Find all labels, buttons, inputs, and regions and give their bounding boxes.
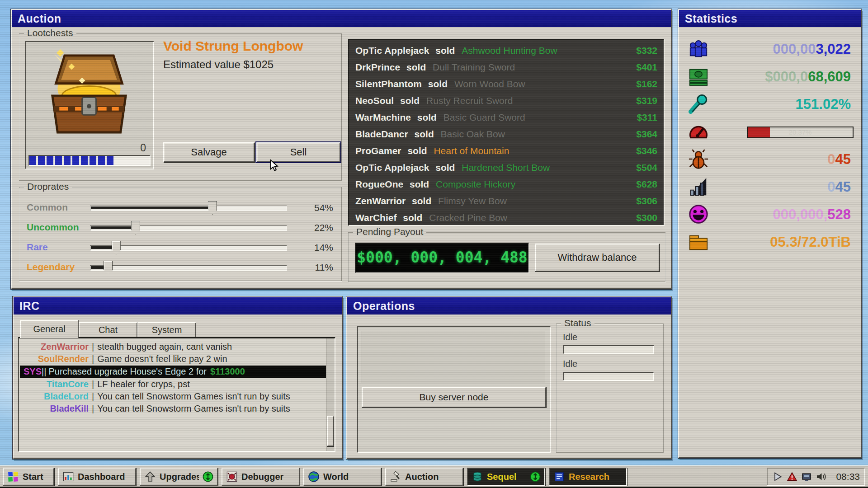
stat-value-dim: 0	[827, 179, 835, 195]
irc-tab-label: Chat	[99, 325, 118, 335]
irc-message-panel: ZenWarrior | stealth bugged again, cant …	[18, 337, 335, 452]
log-item: Worn Wood Bow	[454, 79, 525, 89]
taskbar-button-sequel[interactable]: Sequel	[467, 468, 545, 486]
taskbar-button-label: Research	[569, 472, 609, 482]
log-price: $306	[636, 192, 657, 209]
statistics-rows: 000,003,022 $000,068,609 151.02% 20.37% …	[679, 35, 861, 256]
operations-titlebar[interactable]: Operations	[347, 297, 671, 314]
status-item: Idle	[557, 328, 663, 354]
log-item: Flimsy Yew Bow	[438, 196, 507, 206]
irc-separator: |	[92, 378, 94, 390]
log-price: $319	[636, 92, 657, 109]
debugger-icon	[226, 471, 238, 483]
lootchests-caption: Lootchests	[24, 28, 76, 38]
irc-tab-label: System	[152, 325, 182, 335]
system-tray: 08:33	[767, 468, 865, 486]
taskbar-button-label: Debugger	[241, 472, 283, 482]
salvage-button[interactable]: Salvage	[163, 142, 255, 162]
server-node-list	[362, 331, 545, 383]
smiley-icon	[688, 204, 709, 225]
droprate-slider[interactable]	[90, 200, 287, 216]
taskbar-button-dashboard[interactable]: Dashboard	[58, 468, 136, 486]
irc-titlebar[interactable]: IRC	[14, 297, 342, 314]
slider-thumb[interactable]	[208, 201, 217, 215]
statistic-row: 151.02%	[679, 90, 861, 118]
slider-thumb[interactable]	[131, 221, 140, 235]
auction-log-row: $364 BladeDancr sold Basic Oak Bow	[349, 126, 664, 142]
stat-value-bright: 3,022	[816, 41, 851, 57]
taskbar-button-label: Sequel	[487, 472, 517, 482]
slider-thumb[interactable]	[112, 241, 121, 254]
log-item: Cracked Pine Bow	[429, 212, 507, 223]
droprate-slider[interactable]	[90, 240, 287, 256]
statistic-row: 045	[679, 145, 861, 173]
taskbar-button-auction[interactable]: Auction	[385, 468, 463, 486]
sequel-icon	[472, 471, 483, 483]
gauge-icon	[688, 121, 709, 142]
droprate-slider[interactable]	[90, 220, 287, 236]
auction-titlebar[interactable]: Auction	[12, 10, 671, 27]
money-icon	[688, 66, 709, 87]
log-player: OpTic Applejack	[355, 162, 429, 173]
start-button[interactable]: Start	[3, 468, 54, 486]
stat-value: 045	[827, 173, 851, 201]
slider-track	[90, 265, 287, 271]
log-verb: sold	[406, 62, 426, 72]
droprate-percent: 22%	[302, 222, 333, 233]
statistic-row: 045	[679, 173, 861, 201]
auction-log-row: $332 OpTic Applejack sold Ashwood Huntin…	[349, 42, 664, 59]
log-price: $311	[637, 109, 657, 126]
operations-title: Operations	[353, 300, 415, 312]
status-group: Status Idle Idle	[556, 324, 664, 453]
operations-box: Buy server node	[357, 326, 551, 453]
droprate-label: Legendary	[27, 262, 75, 272]
irc-scrollbar-thumb[interactable]	[327, 416, 334, 446]
slider-thumb[interactable]	[104, 261, 113, 274]
droprate-slider[interactable]	[90, 260, 287, 276]
irc-message-text: Game doesn't feel like pay 2 win	[97, 353, 319, 365]
auction-log-row: $401 DrkPrince sold Dull Training Sword	[349, 59, 664, 75]
taskbar-button-research[interactable]: Research	[549, 468, 627, 486]
devices-icon[interactable]	[801, 471, 812, 482]
tab-system[interactable]: System	[137, 322, 196, 338]
log-verb: sold	[428, 79, 448, 89]
dashboard-icon	[62, 471, 74, 483]
research-icon	[553, 471, 565, 483]
speaker-icon[interactable]	[816, 471, 826, 482]
log-player: RogueOne	[355, 179, 403, 189]
status-label: Idle	[563, 332, 657, 343]
statistics-window: Statistics 000,003,022 $000,068,609 151.…	[678, 9, 862, 458]
status-progress-bar	[563, 372, 654, 381]
irc-scrollbar[interactable]	[326, 338, 335, 451]
statistics-titlebar[interactable]: Statistics	[679, 10, 861, 27]
log-price: $162	[636, 75, 657, 92]
droprate-label: Rare	[27, 242, 48, 253]
alert-icon[interactable]	[787, 471, 797, 482]
badge-icon	[530, 471, 541, 482]
droprate-row: Rare 14%	[19, 240, 341, 256]
irc-message: TitanCore | LF healer for cryps, pst	[20, 378, 334, 390]
stat-value-bright: 528	[827, 206, 851, 222]
taskbar-button-debugger[interactable]: Debugger	[222, 468, 300, 486]
auction-log: $332 OpTic Applejack sold Ashwood Huntin…	[348, 39, 665, 226]
tab-chat[interactable]: Chat	[79, 322, 137, 338]
log-verb: sold	[410, 179, 429, 189]
log-verb: sold	[407, 145, 427, 156]
auction-log-row: $628 RogueOne sold Composite Hickory	[349, 176, 664, 192]
log-player: SilentPhantom	[355, 79, 422, 89]
auction-log-row: $162 SilentPhantom sold Worn Wood Bow	[349, 75, 664, 92]
lootchest-item-name: Void Strung Longbow	[163, 38, 303, 54]
start-label: Start	[23, 472, 43, 482]
log-verb: sold	[412, 196, 431, 206]
signal-icon	[688, 176, 709, 197]
auction-title: Auction	[18, 12, 61, 25]
tab-general[interactable]: General	[20, 320, 79, 338]
auction-log-row: $504 OpTic Applejack sold Hardened Short…	[349, 159, 664, 176]
taskbar-button-world[interactable]: World	[303, 468, 382, 486]
droprate-label: Uncommon	[27, 222, 79, 233]
taskbar-button-upgrades[interactable]: Upgrades	[140, 468, 218, 486]
buy-server-node-button[interactable]: Buy server node	[362, 387, 546, 408]
play-icon[interactable]	[772, 471, 783, 482]
statistic-row: 000,003,022	[679, 35, 861, 63]
withdraw-balance-button[interactable]: Withdraw balance	[535, 244, 660, 272]
